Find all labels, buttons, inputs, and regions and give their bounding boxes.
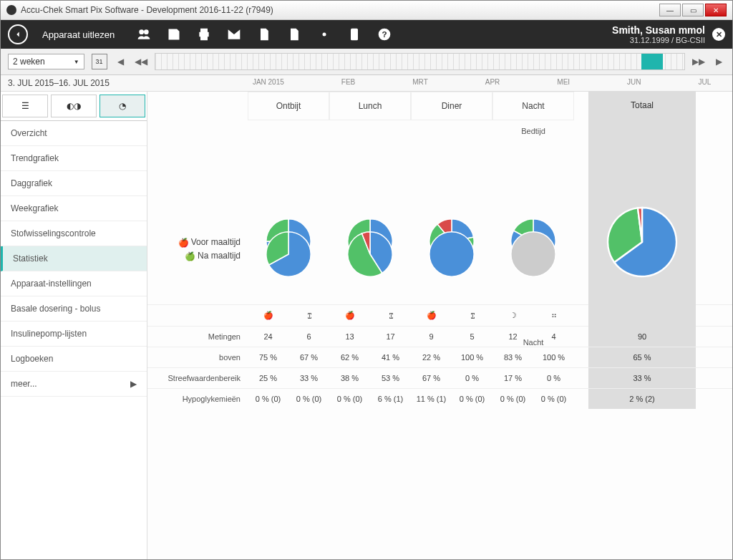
timeline[interactable] bbox=[155, 53, 685, 70]
month-jan: JAN 2015 bbox=[253, 78, 284, 88]
view-list-button[interactable]: ☰ bbox=[2, 95, 48, 117]
calendar-icon[interactable]: 31 bbox=[92, 54, 107, 69]
document-icon[interactable] bbox=[256, 26, 272, 42]
stats-cell: 62 % bbox=[329, 347, 370, 367]
help-icon[interactable]: ? bbox=[377, 26, 392, 42]
month-apr: APR bbox=[485, 78, 500, 88]
patient-date: 31.12.1999 / BG-CSII bbox=[612, 36, 705, 44]
rowlabel-voor: 🍎Voor maaltijd bbox=[147, 237, 248, 247]
stats-cell: 0 % (0) bbox=[533, 389, 574, 409]
stats-label-boven: boven bbox=[147, 347, 248, 367]
stats-cell: 25 % bbox=[248, 368, 288, 388]
stats-cell: 41 % bbox=[370, 347, 411, 367]
nav-basale-dosering[interactable]: Basale dosering - bolus bbox=[1, 296, 147, 322]
range-select[interactable]: 2 weken bbox=[8, 54, 84, 69]
stats-cell: 6 bbox=[288, 327, 329, 347]
core-icon: Ɪ bbox=[288, 306, 329, 326]
nav-apparaat-instellingen[interactable]: Apparaat-instellingen bbox=[1, 271, 147, 296]
svg-point-1 bbox=[144, 29, 149, 34]
nav-stofwisselingscontrole[interactable]: Stofwisselingscontrole bbox=[1, 221, 147, 246]
svg-point-2 bbox=[323, 33, 326, 37]
pie-diner-na bbox=[411, 221, 492, 290]
close-button[interactable]: ✕ bbox=[705, 4, 727, 16]
timeline-next-button[interactable]: ▶▶ bbox=[692, 57, 705, 67]
svg-text:?: ? bbox=[382, 29, 387, 39]
titlebar: Accu-Chek Smart Pix Software - Developme… bbox=[1, 1, 732, 20]
nav-daggrafiek[interactable]: Daggrafiek bbox=[1, 171, 147, 196]
apple-icon: 🍎 bbox=[411, 305, 452, 326]
nav-trendgrafiek[interactable]: Trendgrafiek bbox=[1, 146, 147, 171]
svg-point-7 bbox=[511, 232, 555, 276]
core-icon: Ɪ bbox=[370, 306, 411, 326]
stats-label-hypo: Hypoglykemieën bbox=[147, 389, 248, 409]
back-button[interactable] bbox=[8, 24, 28, 44]
save-icon[interactable] bbox=[166, 26, 182, 42]
date-row: 3. JUL 2015–16. JUL 2015 JAN 2015 FEB MR… bbox=[1, 75, 732, 92]
stats-total: 2 % (2) bbox=[588, 389, 696, 409]
pdf-icon[interactable] bbox=[286, 26, 302, 42]
device-icon[interactable] bbox=[346, 26, 362, 42]
nav-statistiek[interactable]: Statistiek bbox=[1, 246, 147, 271]
stats-row-boven: boven 75 % 67 % 62 % 41 % 22 % 100 % 83 … bbox=[147, 347, 732, 367]
stats-cell: 0 % (0) bbox=[329, 389, 370, 409]
mail-icon[interactable] bbox=[226, 26, 242, 42]
timeline-first-button[interactable]: ◀ bbox=[115, 57, 127, 67]
stats-cell: 100 % bbox=[452, 347, 492, 367]
stats-row-streef: Streefwaardenbereik 25 % 33 % 38 % 53 % … bbox=[147, 367, 732, 388]
nav-insulinepomp-lijsten[interactable]: Insulinepomp-lijsten bbox=[1, 322, 147, 347]
people-icon[interactable] bbox=[136, 26, 152, 42]
patient-close-button[interactable]: ✕ bbox=[712, 28, 725, 41]
patient-name: Smith, Susan mmol bbox=[612, 24, 705, 36]
window-title: Accu-Chek Smart Pix Software - Developme… bbox=[21, 5, 655, 15]
stats-row-metingen: Metingen 24 6 13 17 9 5 12 4 90 bbox=[147, 326, 732, 347]
stats-cell: 17 bbox=[370, 327, 411, 347]
nav-logboeken[interactable]: Logboeken bbox=[1, 347, 147, 372]
range-label: 2 weken bbox=[13, 57, 45, 67]
svg-rect-3 bbox=[351, 29, 358, 41]
timeline-last-button[interactable]: ▶ bbox=[712, 57, 725, 67]
month-mei: MEI bbox=[557, 78, 570, 88]
patient-info: Smith, Susan mmol 31.12.1999 / BG-CSII bbox=[612, 24, 705, 44]
stats-cell: 0 % (0) bbox=[492, 389, 533, 409]
pie-nacht-na bbox=[492, 221, 574, 290]
stats-total: 65 % bbox=[588, 347, 696, 367]
month-mrt: MRT bbox=[412, 78, 427, 88]
stats-cell: 22 % bbox=[411, 347, 452, 367]
stats-cell: 11 % (1) bbox=[411, 389, 452, 409]
stats-cell: 33 % bbox=[288, 368, 329, 388]
device-read-label[interactable]: Apparaat uitlezen bbox=[42, 29, 115, 40]
minimize-button[interactable]: — bbox=[659, 4, 681, 16]
month-jun: JUN bbox=[627, 78, 641, 88]
timeline-marker[interactable] bbox=[641, 54, 663, 69]
month-feb: FEB bbox=[341, 78, 355, 88]
timeline-prev-button[interactable]: ◀◀ bbox=[135, 57, 147, 67]
gear-icon[interactable] bbox=[316, 26, 332, 42]
stats-total: 33 % bbox=[588, 368, 696, 388]
apple-icon: 🍎 bbox=[248, 305, 288, 326]
col-lunch: Lunch bbox=[329, 92, 411, 120]
stats-total: 90 bbox=[588, 327, 696, 347]
stats-cell: 53 % bbox=[370, 368, 411, 388]
stats-cell: 5 bbox=[452, 327, 492, 347]
nav-weekgrafiek[interactable]: Weekgrafiek bbox=[1, 196, 147, 221]
apple-icon: 🍎 bbox=[329, 305, 370, 326]
view-pie-button[interactable]: ◔ bbox=[99, 95, 145, 117]
stats-cell: 38 % bbox=[329, 368, 370, 388]
col-diner: Diner bbox=[411, 92, 492, 120]
stats-cell: 4 bbox=[533, 327, 574, 347]
stats-cell: 9 bbox=[411, 327, 452, 347]
month-labels: JAN 2015 FEB MRT APR MEI JUN JUL bbox=[253, 78, 725, 88]
print-icon[interactable] bbox=[196, 26, 212, 42]
nav-overzicht[interactable]: Overzicht bbox=[1, 121, 147, 146]
view-chart-button[interactable]: ◐◑ bbox=[51, 95, 97, 117]
stats-cell: 6 % (1) bbox=[370, 389, 411, 409]
content: Ontbijt Lunch Diner Nacht Totaal Bedtijd… bbox=[147, 92, 732, 559]
date-range: 3. JUL 2015–16. JUL 2015 bbox=[8, 78, 110, 88]
sublabel-row-1: Bedtijd bbox=[147, 120, 732, 142]
core-icon: Ɪ bbox=[452, 306, 492, 326]
stats-cell: 24 bbox=[248, 327, 288, 347]
nav-more[interactable]: meer...▶ bbox=[1, 372, 147, 397]
maximize-button[interactable]: ▭ bbox=[682, 4, 704, 16]
nav-more-label: meer... bbox=[11, 379, 37, 389]
column-headers: Ontbijt Lunch Diner Nacht Totaal bbox=[147, 92, 732, 120]
